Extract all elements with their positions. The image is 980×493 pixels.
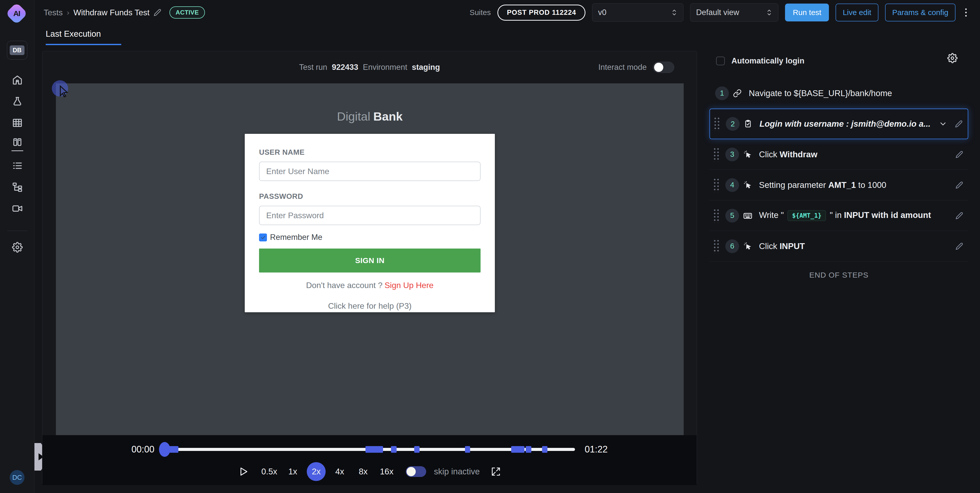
auto-login-label: Automatically login <box>732 56 804 65</box>
suite-pill[interactable]: POST PROD 112224 <box>497 5 585 21</box>
interact-mode-toggle[interactable] <box>653 62 674 73</box>
edit-step-icon[interactable] <box>956 151 963 158</box>
select-chevrons-icon <box>671 9 678 16</box>
version-select[interactable]: v0 <box>592 3 683 22</box>
view-select[interactable]: Default view <box>690 3 778 22</box>
timeline-activity-segment <box>465 446 470 453</box>
speed-16x[interactable]: 16x <box>377 462 396 481</box>
step-row[interactable]: 1Navigate to ${BASE_URL}/bank/home <box>710 78 968 109</box>
status-badge: ACTIVE <box>169 6 205 19</box>
live-edit-button[interactable]: Live edit <box>835 3 878 21</box>
steps-list: 1Navigate to ${BASE_URL}/bank/home2Login… <box>710 78 968 262</box>
username-input[interactable] <box>259 162 480 181</box>
step-description: Setting parameter AMT_1 to 1000 <box>759 180 886 190</box>
play-button-icon[interactable] <box>239 466 248 477</box>
run-test-button[interactable]: Run test <box>785 3 829 21</box>
remember-me[interactable]: Remember Me <box>259 233 480 242</box>
edit-step-icon[interactable] <box>956 181 963 189</box>
help-link[interactable]: Click here for help (P3) <box>259 301 480 311</box>
step-description: Login with username : jsmith@demo.io a..… <box>759 119 931 129</box>
more-options-icon[interactable] <box>962 8 970 17</box>
params-config-button[interactable]: Params & config <box>885 3 956 21</box>
step-row[interactable]: 6Click INPUT <box>710 231 968 262</box>
skip-inactive-label: skip inactive <box>434 467 480 476</box>
timeline-track[interactable] <box>164 448 575 451</box>
auto-login-checkbox[interactable] <box>716 57 725 65</box>
flow-tree-icon[interactable] <box>0 176 35 198</box>
timeline-activity-segment <box>366 446 383 453</box>
password-input[interactable] <box>259 206 480 225</box>
step-number-badge: 6 <box>725 239 739 253</box>
step-number-badge: 1 <box>715 86 729 100</box>
sidebar-divider <box>7 231 27 231</box>
execution-panel: Test run922433 Environmentstaging Intera… <box>42 51 697 485</box>
tab-last-execution[interactable]: Last Execution <box>46 29 101 39</box>
table-icon[interactable] <box>0 112 35 133</box>
edit-step-icon[interactable] <box>956 212 963 219</box>
speed-2x[interactable]: 2x <box>307 462 326 481</box>
interact-mode-label: Interact mode <box>598 63 647 72</box>
speed-4x[interactable]: 4x <box>330 462 349 481</box>
top-header: Tests › Withdraw Funds Test ACTIVE Suite… <box>35 0 980 25</box>
breadcrumb-tests-link[interactable]: Tests <box>44 8 63 17</box>
timeline-activity-segment <box>391 446 397 453</box>
drag-handle-icon[interactable] <box>713 178 720 192</box>
cursor-icon <box>743 150 752 159</box>
drag-handle-icon[interactable] <box>713 239 720 254</box>
step-number-badge: 5 <box>725 209 739 222</box>
skip-inactive-toggle[interactable] <box>406 466 426 477</box>
signup-line: Don't have account ?Sign Up Here <box>259 281 480 290</box>
step-row[interactable]: 2Login with username : jsmith@demo.io a.… <box>710 109 968 139</box>
app-logo-icon[interactable]: AI <box>5 2 28 25</box>
remember-checkbox[interactable] <box>259 233 267 241</box>
end-of-steps-label: END OF STEPS <box>710 271 968 279</box>
current-time: 00:00 <box>131 444 154 455</box>
timeline-activity-segment <box>526 446 531 453</box>
step-row[interactable]: 3Click Withdraw <box>710 139 968 170</box>
speed-8x[interactable]: 8x <box>354 462 372 481</box>
environment-value: staging <box>412 63 440 72</box>
password-label: PASSWORD <box>259 192 480 201</box>
drag-handle-icon[interactable] <box>713 209 720 223</box>
speed-0.5x[interactable]: 0.5x <box>260 462 279 481</box>
breadcrumb-separator: › <box>67 8 69 17</box>
drag-handle-icon[interactable] <box>714 117 720 131</box>
home-icon[interactable] <box>0 69 35 91</box>
timeline-activity-segment <box>167 446 178 453</box>
user-avatar[interactable]: DC <box>10 470 24 485</box>
link-icon <box>733 89 741 98</box>
settings-gear-icon[interactable] <box>0 236 35 258</box>
edit-step-icon[interactable] <box>955 120 963 128</box>
timeline-activity-segment <box>511 446 525 453</box>
workspace-switcher[interactable]: DB <box>7 41 27 60</box>
sign-up-link[interactable]: Sign Up Here <box>385 281 434 290</box>
playback-bar: 00:00 01:22 0.5x1x2x4x8x16x skip inactiv… <box>42 435 697 485</box>
steps-panel: Automatically login 1Navigate to ${BASE_… <box>710 51 968 279</box>
tab-bar: Last Execution <box>35 25 980 46</box>
speed-1x[interactable]: 1x <box>283 462 302 481</box>
steps-settings-gear-icon[interactable] <box>947 53 958 63</box>
drag-handle-icon[interactable] <box>713 147 720 162</box>
suites-icon[interactable] <box>0 133 35 155</box>
tests-flask-icon[interactable] <box>0 91 35 112</box>
collapse-step-icon[interactable] <box>939 120 947 128</box>
step-row[interactable]: 4Setting parameter AMT_1 to 1000 <box>710 170 968 200</box>
edit-title-icon[interactable] <box>154 9 161 16</box>
step-number-badge: 2 <box>726 117 740 131</box>
header-actions: Suites POST PROD 112224 v0 Default view … <box>469 3 970 22</box>
test-run-id: 922433 <box>332 63 358 72</box>
step-number-badge: 3 <box>725 147 739 162</box>
sign-in-button[interactable]: SIGN IN <box>259 249 480 273</box>
timeline-activity-segment <box>542 446 547 453</box>
cursor-icon <box>743 181 752 189</box>
auto-login-row: Automatically login <box>710 51 968 71</box>
list-icon[interactable] <box>0 155 35 176</box>
interact-mode: Interact mode <box>598 62 674 73</box>
breadcrumb: Tests › Withdraw Funds Test ACTIVE <box>44 6 205 19</box>
video-frame[interactable]: DigitalBank USER NAME PASSWORD Remember … <box>56 83 684 435</box>
step-description: Navigate to ${BASE_URL}/bank/home <box>749 89 892 98</box>
fullscreen-icon[interactable] <box>491 467 501 476</box>
recordings-camera-icon[interactable] <box>0 198 35 219</box>
edit-step-icon[interactable] <box>956 243 963 250</box>
step-row[interactable]: 5Write " ${AMT_1} " in INPUT with id amo… <box>710 200 968 231</box>
